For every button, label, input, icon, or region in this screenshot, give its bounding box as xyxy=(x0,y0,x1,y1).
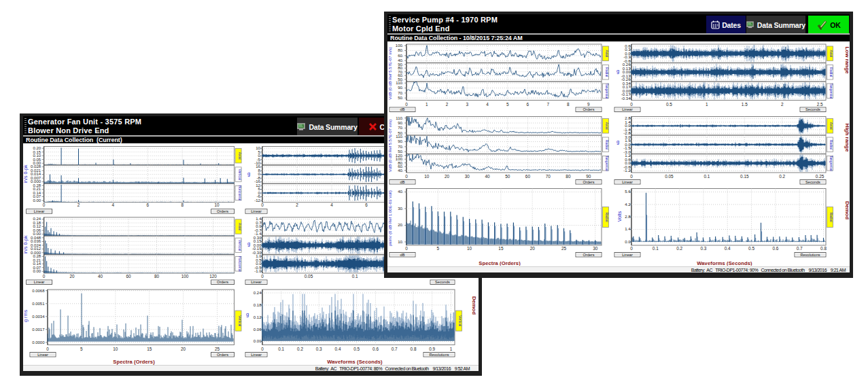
svg-text:Demod: Demod xyxy=(471,296,477,314)
svg-text:Linear: Linear xyxy=(622,180,633,184)
svg-text:0.6: 0.6 xyxy=(772,246,778,251)
svg-text:Radial: Radial xyxy=(829,67,833,77)
svg-text:2: 2 xyxy=(77,202,80,207)
svg-text:0.2: 0.2 xyxy=(779,174,785,179)
svg-text:70.: 70. xyxy=(398,126,404,130)
svg-text:Demod: Demod xyxy=(844,201,850,219)
svg-text:0: 0 xyxy=(630,246,633,251)
svg-text:Linear: Linear xyxy=(622,107,633,111)
svg-text:0.2: 0.2 xyxy=(676,246,682,251)
svg-text:0: 0 xyxy=(405,174,408,179)
svg-text:Linear: Linear xyxy=(622,253,633,257)
svg-text:0.5: 0.5 xyxy=(748,246,754,251)
svg-text:70: 70 xyxy=(546,174,551,179)
svg-text:Tangential: Tangential xyxy=(829,156,833,171)
svg-text:8: 8 xyxy=(567,102,570,107)
svg-text:40.: 40. xyxy=(398,190,404,194)
svg-text:20: 20 xyxy=(70,273,75,278)
svg-text:Volts: Volts xyxy=(617,211,623,222)
svg-text:0: 0 xyxy=(630,174,633,179)
svg-text:Orders: Orders xyxy=(583,253,594,257)
svg-text:25: 25 xyxy=(215,347,220,351)
svg-text:Low range: Low range xyxy=(844,46,850,74)
svg-text:0.4: 0.4 xyxy=(725,246,731,251)
svg-text:1: 1 xyxy=(426,102,428,107)
svg-text:0: 0 xyxy=(405,102,408,107)
svg-text:Vertical: Vertical xyxy=(238,169,242,179)
svg-text:Vertical: Vertical xyxy=(238,315,242,325)
svg-text:10: 10 xyxy=(113,347,118,351)
svg-text:40.: 40. xyxy=(398,169,404,173)
svg-text:Linear: Linear xyxy=(34,280,45,284)
svg-text:15: 15 xyxy=(498,246,504,251)
svg-text:30.: 30. xyxy=(398,207,404,211)
svg-text:0.1: 0.1 xyxy=(352,273,358,278)
svg-text:2: 2 xyxy=(296,202,298,207)
svg-text:VdB (0 dB Ref 5.57E-07 in/s): VdB (0 dB Ref 5.57E-07 in/s) xyxy=(388,120,392,172)
svg-text:0.3: 0.3 xyxy=(316,347,322,351)
svg-text:0.0000: 0.0000 xyxy=(32,340,45,344)
svg-text:in/s 0-pk: in/s 0-pk xyxy=(23,164,29,183)
svg-text:20.: 20. xyxy=(398,223,404,227)
svg-text:Orders: Orders xyxy=(217,209,228,213)
svg-text:120: 120 xyxy=(209,273,217,278)
svg-text:0: 0 xyxy=(405,246,408,251)
svg-text:0.0068: 0.0068 xyxy=(32,288,45,292)
svg-text:70.: 70. xyxy=(398,145,404,149)
svg-text:50: 50 xyxy=(505,174,510,179)
svg-text:100.: 100. xyxy=(396,43,404,48)
svg-text:40: 40 xyxy=(98,273,103,278)
svg-text:25: 25 xyxy=(561,246,567,251)
svg-text:High range: High range xyxy=(844,124,850,152)
svg-text:0.6: 0.6 xyxy=(372,347,379,351)
svg-text:Radial: Radial xyxy=(605,140,609,149)
svg-text:Spectra (Orders): Spectra (Orders) xyxy=(113,359,155,365)
svg-text:Axial: Axial xyxy=(238,152,242,159)
svg-text:20: 20 xyxy=(530,246,536,251)
svg-text:0: 0 xyxy=(46,347,49,351)
svg-text:50.: 50. xyxy=(398,96,404,100)
svg-text:Linear: Linear xyxy=(251,209,262,213)
svg-text:Radial: Radial xyxy=(605,67,609,77)
svg-text:10: 10 xyxy=(467,246,472,251)
svg-text:10.: 10. xyxy=(398,240,404,244)
svg-text:30: 30 xyxy=(593,246,598,251)
svg-text:110.: 110. xyxy=(396,116,404,120)
svg-text:2: 2 xyxy=(446,102,449,107)
svg-text:Seconds: Seconds xyxy=(435,280,450,284)
svg-text:5: 5 xyxy=(437,246,440,251)
svg-text:30: 30 xyxy=(465,174,470,179)
svg-text:4: 4 xyxy=(112,202,115,207)
svg-text:0.5: 0.5 xyxy=(666,102,672,107)
svg-text:g: g xyxy=(247,241,250,247)
svg-text:Spectra (Orders): Spectra (Orders) xyxy=(479,260,521,266)
svg-text:Horizontal: Horizontal xyxy=(238,256,242,272)
svg-text:80.: 80. xyxy=(398,48,404,52)
svg-text:80: 80 xyxy=(154,273,160,278)
svg-text:40: 40 xyxy=(485,174,490,179)
svg-text:0.7: 0.7 xyxy=(797,246,803,251)
svg-text:60: 60 xyxy=(525,174,531,179)
svg-text:0.8: 0.8 xyxy=(411,347,417,351)
svg-text:0.2: 0.2 xyxy=(297,347,303,351)
svg-text:0.1: 0.1 xyxy=(653,246,659,251)
svg-text:0.0051: 0.0051 xyxy=(32,301,45,305)
svg-text:0.7: 0.7 xyxy=(392,347,398,351)
svg-text:5: 5 xyxy=(80,347,83,351)
svg-text:0.5: 0.5 xyxy=(353,347,360,351)
svg-text:0: 0 xyxy=(261,347,264,351)
svg-text:6: 6 xyxy=(365,202,368,207)
svg-text:Linear: Linear xyxy=(251,280,262,284)
svg-text:Radial: Radial xyxy=(829,140,833,149)
svg-text:Seconds: Seconds xyxy=(805,107,820,111)
svg-text:0.00: 0.00 xyxy=(33,269,41,273)
svg-text:Orders: Orders xyxy=(583,180,594,184)
svg-text:70.: 70. xyxy=(398,91,404,95)
svg-text:Seconds: Seconds xyxy=(805,180,820,184)
svg-text:0: 0 xyxy=(261,202,264,207)
svg-text:Radial: Radial xyxy=(605,212,609,222)
svg-text:0.15: 0.15 xyxy=(740,174,749,179)
svg-text:dB: dB xyxy=(400,253,405,257)
svg-text:VdB (0 dB Ref 5.57E-07 in/s): VdB (0 dB Ref 5.57E-07 in/s) xyxy=(388,47,392,99)
svg-text:110.: 110. xyxy=(396,135,404,139)
